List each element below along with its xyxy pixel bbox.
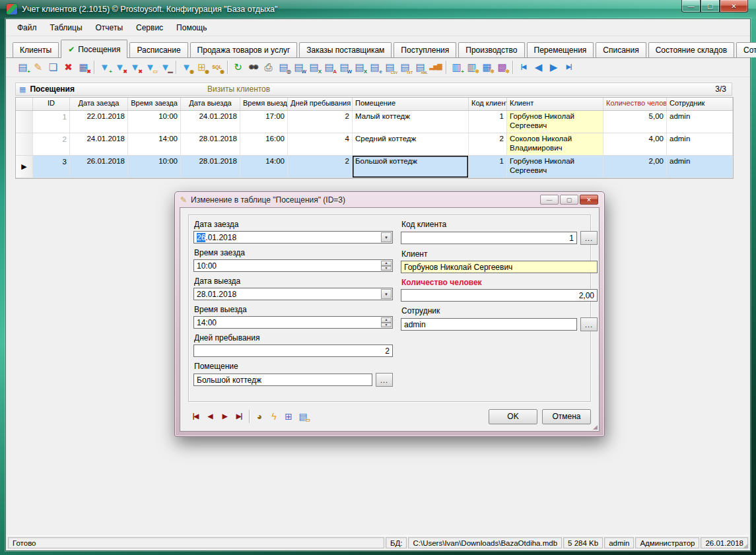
preview-button[interactable]: ▤◎ <box>276 59 291 75</box>
menu-item[interactable]: Файл <box>11 21 43 34</box>
menu-item[interactable]: Отчеты <box>90 21 129 34</box>
new-record-button[interactable]: ▤+ <box>15 59 30 75</box>
lightning-button[interactable]: ϟ <box>267 409 281 424</box>
table-cell[interactable]: admin <box>667 133 733 155</box>
close-button[interactable]: ✕ <box>720 0 748 13</box>
departure-date-input[interactable]: 28.01.2018▼ <box>193 288 393 300</box>
table-cell[interactable]: 2 <box>469 133 507 155</box>
arrival-date-input[interactable]: 26.01.2018▼ <box>193 231 393 244</box>
tab-6[interactable]: Поступления <box>394 42 456 57</box>
table-row[interactable]: 122.01.201810:0024.01.201817:002Малый ко… <box>16 111 733 133</box>
departure-time-up-button[interactable]: ▲ <box>381 317 392 323</box>
table-cell[interactable]: 3 <box>33 156 70 178</box>
column-header[interactable]: Дата выезда <box>181 98 240 110</box>
record-nav-next-button[interactable]: ▶ <box>217 409 232 424</box>
table-cell[interactable]: 17:00 <box>240 111 288 133</box>
table-cell[interactable]: 16:00 <box>240 133 288 155</box>
column-header[interactable]: Дата заезда <box>70 98 128 110</box>
tab-11[interactable]: Сотрудники <box>736 42 756 57</box>
table-cell[interactable]: Малый коттедж <box>353 111 469 133</box>
table-cell[interactable]: 24.01.2018 <box>70 133 128 155</box>
menu-item[interactable]: Помощь <box>170 21 213 34</box>
table-cell[interactable]: Большой коттедж <box>353 156 469 178</box>
column-header[interactable]: Помещение <box>353 98 469 110</box>
table-cell[interactable]: 4 <box>288 133 353 155</box>
arrival-time-input[interactable]: 10:00▲▼ <box>193 259 393 272</box>
column-header[interactable]: Количество человек <box>603 98 667 110</box>
column-header[interactable]: Клиент <box>507 98 603 110</box>
days-count-input[interactable]: 2 <box>193 344 393 357</box>
client-code-input[interactable]: 1 <box>401 232 577 244</box>
table-cell[interactable]: 28.01.2018 <box>181 156 240 178</box>
table-cell[interactable]: 5,00 <box>603 111 667 133</box>
arrival-date-dropdown-button[interactable]: ▼ <box>381 232 392 242</box>
export-csv-button[interactable]: ▤CSV <box>382 59 397 75</box>
filter-tree-view-button[interactable]: ⊞◉ <box>194 59 209 75</box>
tab-1[interactable]: Клиенты <box>13 42 59 57</box>
cancel-button[interactable]: Отмена <box>542 409 591 424</box>
tab-5[interactable]: Заказы поставщикам <box>299 42 392 57</box>
nav-first-button[interactable]: |◀ <box>516 59 531 75</box>
tab-2[interactable]: ✔Посещения <box>61 40 127 58</box>
record-nav-last-button[interactable]: ▶| <box>232 409 246 424</box>
ok-button[interactable]: OK <box>489 409 537 424</box>
add-form-button[interactable]: ▥+ <box>449 59 464 75</box>
maximize-button[interactable]: ▢ <box>701 0 720 13</box>
table-cell[interactable]: 10:00 <box>128 156 181 178</box>
employee-input[interactable]: admin <box>401 318 577 331</box>
table-cell[interactable]: Горбунов Николай Сергеевич <box>507 156 603 178</box>
export-xml-button[interactable]: ▤XML <box>413 59 428 75</box>
export-html-button[interactable]: ▤e <box>367 59 382 75</box>
column-header[interactable]: Код клиента <box>469 98 507 110</box>
filter-open-button[interactable]: ▼▭ <box>143 59 158 75</box>
tab-9[interactable]: Списания <box>596 42 646 57</box>
people-count-input[interactable]: 2,00 <box>401 289 598 302</box>
table-cell[interactable]: Средний коттедж <box>353 133 469 155</box>
arrival-time-up-button[interactable]: ▲ <box>381 261 392 266</box>
row-selector[interactable] <box>16 133 33 155</box>
table-cell[interactable]: 2 <box>33 133 70 155</box>
refresh-button[interactable]: ↻ <box>230 59 246 75</box>
menu-item[interactable]: Таблицы <box>44 21 88 34</box>
table-settings-button[interactable]: ▦✱ <box>479 59 495 75</box>
filter-save-button[interactable]: ▼▬ <box>158 59 173 75</box>
table-cell[interactable]: 1 <box>33 111 70 133</box>
arrival-time-down-button[interactable]: ▼ <box>381 266 392 271</box>
clear-table-button[interactable]: ▦✖ <box>76 59 91 75</box>
table-cell[interactable]: admin <box>667 156 733 178</box>
client-name-input[interactable]: Горбунов Николай Сергеевич <box>401 261 598 273</box>
print-button[interactable]: ⎙ <box>261 59 276 75</box>
room-input[interactable]: Большой коттедж <box>193 374 372 386</box>
print-form-button[interactable]: ▤▭ <box>296 409 310 424</box>
room-browse-button[interactable]: ... <box>376 373 393 387</box>
properties-button[interactable]: ⊞ <box>281 409 296 424</box>
row-selector[interactable]: ▶ <box>16 156 33 178</box>
resize-grip-icon[interactable]: ◢ <box>743 542 748 549</box>
table-cell[interactable]: 22.01.2018 <box>70 111 128 133</box>
filter-view-button[interactable]: ▼◉ <box>179 59 194 75</box>
record-nav-prev-button[interactable]: ◀ <box>203 409 217 424</box>
departure-time-input[interactable]: 14:00▲▼ <box>193 316 393 329</box>
column-header[interactable]: Время выезда <box>240 98 288 110</box>
column-header[interactable]: Сотрудник <box>667 98 733 110</box>
export-excel-button[interactable]: ▤X <box>352 59 367 75</box>
column-header[interactable]: ID <box>33 98 70 110</box>
open-in-word-button[interactable]: ▤W <box>291 59 306 75</box>
client-code-browse-button[interactable]: ... <box>580 231 598 245</box>
minimize-button[interactable]: — <box>681 0 701 13</box>
table-cell[interactable]: 10:00 <box>128 111 181 133</box>
form-settings-button[interactable]: ▥✱ <box>464 59 479 75</box>
departure-date-dropdown-button[interactable]: ▼ <box>381 289 392 299</box>
table-cell[interactable]: 1 <box>469 111 507 133</box>
table-cell[interactable]: 14:00 <box>128 133 181 155</box>
filter-remove-button[interactable]: ▼✖ <box>112 59 127 75</box>
employee-browse-button[interactable]: ... <box>580 317 598 331</box>
table-cell[interactable]: 24.01.2018 <box>181 111 240 133</box>
departure-time-down-button[interactable]: ▼ <box>381 323 392 328</box>
filter-add-button[interactable]: ▼+ <box>97 59 112 75</box>
find-button[interactable]: ◉◉ <box>246 59 261 75</box>
table-cell[interactable]: 2 <box>288 156 353 178</box>
tab-3[interactable]: Расписание <box>129 42 188 57</box>
record-nav-first-button[interactable]: |◀ <box>188 409 203 424</box>
dialog-close-button[interactable]: ✕ <box>580 195 598 205</box>
